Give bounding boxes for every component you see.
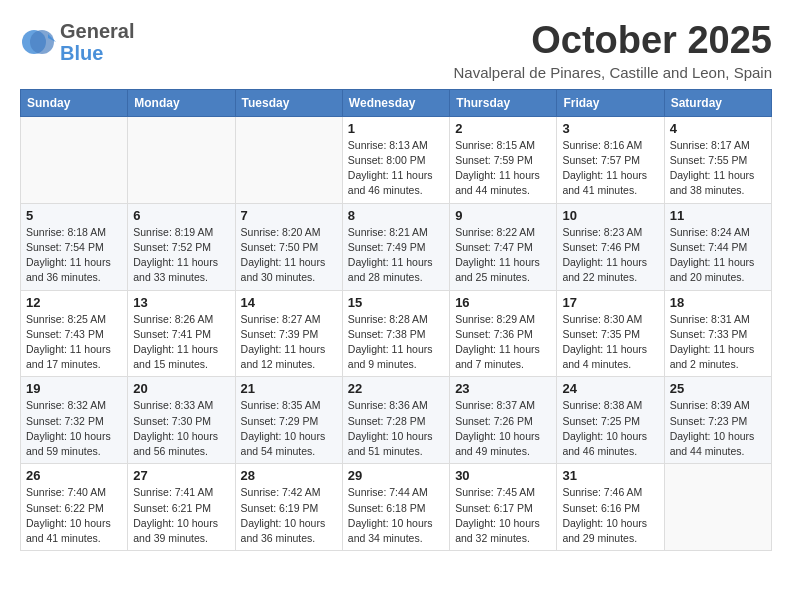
day-info: Sunrise: 8:15 AMSunset: 7:59 PMDaylight:… — [455, 138, 551, 199]
day-number: 13 — [133, 295, 229, 310]
day-info: Sunrise: 7:46 AMSunset: 6:16 PMDaylight:… — [562, 485, 658, 546]
day-info: Sunrise: 8:19 AMSunset: 7:52 PMDaylight:… — [133, 225, 229, 286]
calendar-cell: 25Sunrise: 8:39 AMSunset: 7:23 PMDayligh… — [664, 377, 771, 464]
day-number: 28 — [241, 468, 337, 483]
day-number: 5 — [26, 208, 122, 223]
day-info: Sunrise: 8:23 AMSunset: 7:46 PMDaylight:… — [562, 225, 658, 286]
day-number: 11 — [670, 208, 766, 223]
month-title: October 2025 — [453, 20, 772, 62]
calendar-cell: 7Sunrise: 8:20 AMSunset: 7:50 PMDaylight… — [235, 203, 342, 290]
weekday-header-tuesday: Tuesday — [235, 89, 342, 116]
day-info: Sunrise: 8:18 AMSunset: 7:54 PMDaylight:… — [26, 225, 122, 286]
title-area: October 2025 Navalperal de Pinares, Cast… — [453, 20, 772, 81]
calendar-cell: 8Sunrise: 8:21 AMSunset: 7:49 PMDaylight… — [342, 203, 449, 290]
calendar-cell: 14Sunrise: 8:27 AMSunset: 7:39 PMDayligh… — [235, 290, 342, 377]
calendar-cell: 3Sunrise: 8:16 AMSunset: 7:57 PMDaylight… — [557, 116, 664, 203]
calendar-week-row: 19Sunrise: 8:32 AMSunset: 7:32 PMDayligh… — [21, 377, 772, 464]
day-number: 20 — [133, 381, 229, 396]
logo-blue: Blue — [60, 42, 134, 64]
day-number: 26 — [26, 468, 122, 483]
day-info: Sunrise: 8:26 AMSunset: 7:41 PMDaylight:… — [133, 312, 229, 373]
calendar-cell: 12Sunrise: 8:25 AMSunset: 7:43 PMDayligh… — [21, 290, 128, 377]
day-info: Sunrise: 8:39 AMSunset: 7:23 PMDaylight:… — [670, 398, 766, 459]
calendar-cell: 28Sunrise: 7:42 AMSunset: 6:19 PMDayligh… — [235, 464, 342, 551]
location: Navalperal de Pinares, Castille and Leon… — [453, 64, 772, 81]
calendar-cell: 19Sunrise: 8:32 AMSunset: 7:32 PMDayligh… — [21, 377, 128, 464]
calendar-cell: 13Sunrise: 8:26 AMSunset: 7:41 PMDayligh… — [128, 290, 235, 377]
day-info: Sunrise: 8:17 AMSunset: 7:55 PMDaylight:… — [670, 138, 766, 199]
day-number: 18 — [670, 295, 766, 310]
day-number: 2 — [455, 121, 551, 136]
day-info: Sunrise: 8:35 AMSunset: 7:29 PMDaylight:… — [241, 398, 337, 459]
day-number: 14 — [241, 295, 337, 310]
day-number: 21 — [241, 381, 337, 396]
calendar-cell: 22Sunrise: 8:36 AMSunset: 7:28 PMDayligh… — [342, 377, 449, 464]
weekday-header-sunday: Sunday — [21, 89, 128, 116]
day-info: Sunrise: 8:30 AMSunset: 7:35 PMDaylight:… — [562, 312, 658, 373]
day-info: Sunrise: 8:13 AMSunset: 8:00 PMDaylight:… — [348, 138, 444, 199]
day-info: Sunrise: 8:29 AMSunset: 7:36 PMDaylight:… — [455, 312, 551, 373]
calendar-week-row: 5Sunrise: 8:18 AMSunset: 7:54 PMDaylight… — [21, 203, 772, 290]
day-info: Sunrise: 8:31 AMSunset: 7:33 PMDaylight:… — [670, 312, 766, 373]
calendar-header-row: SundayMondayTuesdayWednesdayThursdayFrid… — [21, 89, 772, 116]
day-info: Sunrise: 8:33 AMSunset: 7:30 PMDaylight:… — [133, 398, 229, 459]
day-number: 25 — [670, 381, 766, 396]
calendar-cell: 27Sunrise: 7:41 AMSunset: 6:21 PMDayligh… — [128, 464, 235, 551]
calendar-cell — [664, 464, 771, 551]
day-info: Sunrise: 8:25 AMSunset: 7:43 PMDaylight:… — [26, 312, 122, 373]
calendar-week-row: 26Sunrise: 7:40 AMSunset: 6:22 PMDayligh… — [21, 464, 772, 551]
calendar-week-row: 12Sunrise: 8:25 AMSunset: 7:43 PMDayligh… — [21, 290, 772, 377]
calendar-cell: 24Sunrise: 8:38 AMSunset: 7:25 PMDayligh… — [557, 377, 664, 464]
calendar-cell — [235, 116, 342, 203]
day-number: 8 — [348, 208, 444, 223]
calendar-cell: 1Sunrise: 8:13 AMSunset: 8:00 PMDaylight… — [342, 116, 449, 203]
calendar-cell: 4Sunrise: 8:17 AMSunset: 7:55 PMDaylight… — [664, 116, 771, 203]
day-number: 9 — [455, 208, 551, 223]
day-number: 7 — [241, 208, 337, 223]
page-header: General Blue October 2025 Navalperal de … — [20, 20, 772, 81]
calendar-cell: 2Sunrise: 8:15 AMSunset: 7:59 PMDaylight… — [450, 116, 557, 203]
svg-point-1 — [30, 30, 54, 54]
day-number: 4 — [670, 121, 766, 136]
weekday-header-friday: Friday — [557, 89, 664, 116]
day-info: Sunrise: 7:42 AMSunset: 6:19 PMDaylight:… — [241, 485, 337, 546]
calendar-cell: 20Sunrise: 8:33 AMSunset: 7:30 PMDayligh… — [128, 377, 235, 464]
day-number: 6 — [133, 208, 229, 223]
weekday-header-monday: Monday — [128, 89, 235, 116]
day-info: Sunrise: 7:44 AMSunset: 6:18 PMDaylight:… — [348, 485, 444, 546]
day-info: Sunrise: 8:20 AMSunset: 7:50 PMDaylight:… — [241, 225, 337, 286]
day-number: 10 — [562, 208, 658, 223]
day-number: 19 — [26, 381, 122, 396]
calendar-cell — [21, 116, 128, 203]
day-number: 12 — [26, 295, 122, 310]
day-number: 16 — [455, 295, 551, 310]
logo-icon — [20, 24, 56, 60]
calendar-cell — [128, 116, 235, 203]
calendar-cell: 9Sunrise: 8:22 AMSunset: 7:47 PMDaylight… — [450, 203, 557, 290]
calendar-week-row: 1Sunrise: 8:13 AMSunset: 8:00 PMDaylight… — [21, 116, 772, 203]
day-info: Sunrise: 7:40 AMSunset: 6:22 PMDaylight:… — [26, 485, 122, 546]
day-info: Sunrise: 7:41 AMSunset: 6:21 PMDaylight:… — [133, 485, 229, 546]
day-info: Sunrise: 8:21 AMSunset: 7:49 PMDaylight:… — [348, 225, 444, 286]
calendar-cell: 30Sunrise: 7:45 AMSunset: 6:17 PMDayligh… — [450, 464, 557, 551]
calendar-cell: 15Sunrise: 8:28 AMSunset: 7:38 PMDayligh… — [342, 290, 449, 377]
day-info: Sunrise: 8:32 AMSunset: 7:32 PMDaylight:… — [26, 398, 122, 459]
logo-general: General — [60, 20, 134, 42]
calendar-cell: 26Sunrise: 7:40 AMSunset: 6:22 PMDayligh… — [21, 464, 128, 551]
calendar-cell: 10Sunrise: 8:23 AMSunset: 7:46 PMDayligh… — [557, 203, 664, 290]
calendar-cell: 11Sunrise: 8:24 AMSunset: 7:44 PMDayligh… — [664, 203, 771, 290]
day-number: 27 — [133, 468, 229, 483]
day-info: Sunrise: 8:38 AMSunset: 7:25 PMDaylight:… — [562, 398, 658, 459]
day-info: Sunrise: 8:37 AMSunset: 7:26 PMDaylight:… — [455, 398, 551, 459]
logo: General Blue — [20, 20, 134, 64]
day-number: 31 — [562, 468, 658, 483]
calendar-cell: 21Sunrise: 8:35 AMSunset: 7:29 PMDayligh… — [235, 377, 342, 464]
calendar-table: SundayMondayTuesdayWednesdayThursdayFrid… — [20, 89, 772, 551]
day-info: Sunrise: 8:28 AMSunset: 7:38 PMDaylight:… — [348, 312, 444, 373]
calendar-cell: 16Sunrise: 8:29 AMSunset: 7:36 PMDayligh… — [450, 290, 557, 377]
day-info: Sunrise: 8:36 AMSunset: 7:28 PMDaylight:… — [348, 398, 444, 459]
day-number: 22 — [348, 381, 444, 396]
day-number: 1 — [348, 121, 444, 136]
calendar-cell: 31Sunrise: 7:46 AMSunset: 6:16 PMDayligh… — [557, 464, 664, 551]
day-info: Sunrise: 8:22 AMSunset: 7:47 PMDaylight:… — [455, 225, 551, 286]
